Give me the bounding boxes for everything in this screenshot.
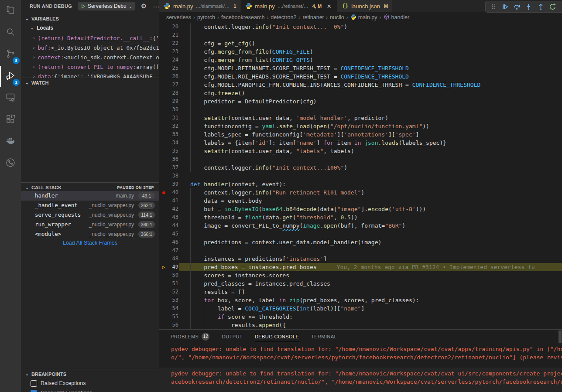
more-actions-icon[interactable]: ··· <box>153 3 159 10</box>
load-all-stack-frames-link[interactable]: Load All Stack Frames <box>21 240 159 246</box>
code-text[interactable]: if score >= threshold: <box>190 313 562 321</box>
breakpoint-gutter[interactable] <box>159 230 168 238</box>
breakpoint-gutter[interactable] <box>159 64 168 72</box>
breakpoint-gutter[interactable] <box>159 313 168 321</box>
breakpoint-gutter[interactable] <box>159 296 168 304</box>
breakpoint-gutter[interactable] <box>159 56 168 64</box>
code-line[interactable]: 38 <box>159 172 562 180</box>
code-line[interactable]: 53 for box, score, label in zip(pred_box… <box>159 296 562 304</box>
code-text[interactable]: context.logger.info("Run retinanet-R101 … <box>190 188 562 197</box>
breakpoint-gutter[interactable] <box>159 255 168 263</box>
editor-tab[interactable]: {}launch.jsonM <box>337 0 392 12</box>
code-line[interactable]: 39def handler(context, event): <box>159 180 562 188</box>
code-text[interactable]: def handler(context, event): <box>190 180 562 188</box>
breakpoint-gutter[interactable] <box>159 72 168 81</box>
breakpoint-gutter[interactable] <box>159 280 168 288</box>
code-text[interactable]: cfg.MODEL.PANOPTIC_FPN.COMBINE.INSTANCES… <box>190 81 562 89</box>
breakpoint-gutter[interactable] <box>159 122 168 130</box>
variables-section-header[interactable]: ⌄ VARIABLES <box>21 14 159 24</box>
scope-locals[interactable]: ⌄ Locals <box>21 24 159 32</box>
code-text[interactable]: functionconfig = yaml.safe_load(open("/o… <box>190 122 562 130</box>
stack-frame-row[interactable]: <module>_nuclio_wrapper.py366:1 <box>21 229 159 239</box>
activity-bar-item-git-graph[interactable] <box>0 153 21 174</box>
breadcrumb-item[interactable]: pytorch <box>197 14 215 20</box>
breadcrumb-item[interactable]: serverless <box>166 14 191 20</box>
code-text[interactable]: setattr(context.user_data, 'model_handle… <box>190 114 562 122</box>
breakpoint-gutter[interactable] <box>159 89 168 97</box>
variable-row[interactable]: ›context: <nuclio_sdk.context.Context ob… <box>21 52 159 62</box>
code-text[interactable] <box>190 106 562 114</box>
code-line[interactable]: 30 <box>159 106 562 114</box>
code-text[interactable]: cfg = get_cfg() <box>190 39 562 48</box>
breakpoint-gutter[interactable] <box>159 31 168 39</box>
code-text[interactable]: instances = predictions['instances'] <box>190 255 562 263</box>
breakpoint-gutter[interactable] <box>159 48 168 56</box>
call-stack-section-header[interactable]: ⌄ CALL STACK PAUSED ON STEP <box>21 182 159 192</box>
breakpoint-gutter[interactable] <box>159 114 168 122</box>
code-text[interactable]: label = COCO_CATEGORIES[int(label)]["nam… <box>190 304 562 313</box>
breakpoint-gutter[interactable] <box>159 164 168 172</box>
code-text[interactable]: pred_classes = instances.pred_classes <box>190 280 562 288</box>
step-over-icon[interactable] <box>512 2 522 12</box>
breadcrumb-item[interactable]: nuclio <box>330 14 344 20</box>
panel-tab-debug-console[interactable]: DEBUG CONSOLE <box>255 330 299 344</box>
activity-bar-item-search[interactable] <box>0 22 21 44</box>
checkbox[interactable] <box>31 380 37 387</box>
code-line[interactable]: 33 labels_spec = functionconfig['metadat… <box>159 130 562 139</box>
breakpoint-gutter[interactable] <box>159 39 168 48</box>
breakpoint-gutter[interactable] <box>159 205 168 213</box>
breakpoint-row[interactable]: Raised Exceptions <box>21 378 159 388</box>
panel-tab-output[interactable]: OUTPUT <box>222 330 243 344</box>
variable-row[interactable]: ›(return) convert_PIL_to_numpy: array([[… <box>21 62 159 72</box>
breakpoint-gutter[interactable] <box>159 246 168 255</box>
code-line[interactable]: 55 if score >= threshold: <box>159 313 562 321</box>
activity-bar-item-explorer[interactable] <box>0 0 21 22</box>
watch-section-header[interactable]: ⌄ WATCH <box>21 78 159 87</box>
variable-row[interactable]: ›(return) DefaultPredictor.__call__: {'i… <box>21 33 159 43</box>
code-editor[interactable]: 20 context.logger.info("Init context... … <box>159 23 562 329</box>
breakpoint-gutter[interactable] <box>159 288 168 296</box>
continue-icon[interactable] <box>500 2 510 12</box>
code-line[interactable]: 56 results.append({ <box>159 321 562 329</box>
disconnect-icon[interactable] <box>559 2 562 12</box>
step-into-icon[interactable] <box>524 2 534 12</box>
code-text[interactable]: cfg.MODEL.RETINANET.SCORE_THRESH_TEST = … <box>190 64 562 72</box>
breadcrumb-item[interactable]: handler <box>384 14 410 21</box>
stack-frame-row[interactable]: run_wrapper_nuclio_wrapper.py360:1 <box>21 220 159 229</box>
activity-bar-item-run-and-debug[interactable]: 1 <box>0 65 21 87</box>
breakpoint-gutter[interactable] <box>159 23 168 31</box>
code-text[interactable]: labels = {item['id']: item['name'] for i… <box>190 139 562 147</box>
code-text[interactable] <box>190 31 562 39</box>
code-line[interactable]: 27 cfg.MODEL.PANOPTIC_FPN.COMBINE.INSTAN… <box>159 81 562 89</box>
code-line[interactable]: 34 labels = {item['id']: item['name'] fo… <box>159 139 562 147</box>
step-out-icon[interactable] <box>535 2 546 12</box>
code-line[interactable]: 47 <box>159 246 562 255</box>
editor-tab[interactable]: main.py…/siammask/…1 <box>159 0 240 12</box>
code-line[interactable]: 41 data = event.body <box>159 197 562 205</box>
code-line[interactable]: 46 predictions = context.user_data.model… <box>159 238 562 246</box>
code-text[interactable] <box>190 230 562 238</box>
breakpoint-gutter[interactable] <box>159 139 168 147</box>
breakpoint-gutter[interactable] <box>159 106 168 114</box>
variable-row[interactable]: ›buf: <_io.BytesIO object at 0x7f5a2dc1e… <box>21 43 159 52</box>
breakpoint-gutter[interactable] <box>159 172 168 180</box>
code-text[interactable]: setattr(context.user_data, "labels", lab… <box>190 147 562 155</box>
close-icon[interactable]: ✕ <box>326 3 332 10</box>
code-line[interactable]: 29 predictor = DefaultPredictor(cfg) <box>159 97 562 106</box>
code-line[interactable]: ●40 context.logger.info("Run retinanet-R… <box>159 188 562 197</box>
breakpoints-section-header[interactable]: ⌄ BREAKPOINTS <box>21 369 159 378</box>
code-text[interactable]: results = [] <box>190 288 562 296</box>
code-line[interactable]: 54 label = COCO_CATEGORIES[int(label)]["… <box>159 304 562 313</box>
panel-tab-problems[interactable]: PROBLEMS12 <box>171 330 209 344</box>
breadcrumb-item[interactable]: facebookresearch <box>221 14 264 20</box>
activity-bar-item-source-control[interactable]: 8 <box>0 44 21 65</box>
breadcrumb-item[interactable]: retinanet <box>302 14 324 20</box>
breakpoint-gutter[interactable] <box>159 97 168 106</box>
code-line[interactable]: 36 <box>159 155 562 164</box>
breakpoint-gutter[interactable] <box>159 180 168 188</box>
panel-tab-terminal[interactable]: TERMINAL <box>311 330 337 344</box>
code-text[interactable]: context.logger.info("Init context... 0%"… <box>190 23 562 31</box>
code-text[interactable]: cfg.merge_from_file(CONFIG_FILE) <box>190 48 562 56</box>
panel-scrollbar[interactable] <box>559 331 562 343</box>
breakpoint-row[interactable]: ✓Uncaught Exceptions <box>21 388 159 392</box>
